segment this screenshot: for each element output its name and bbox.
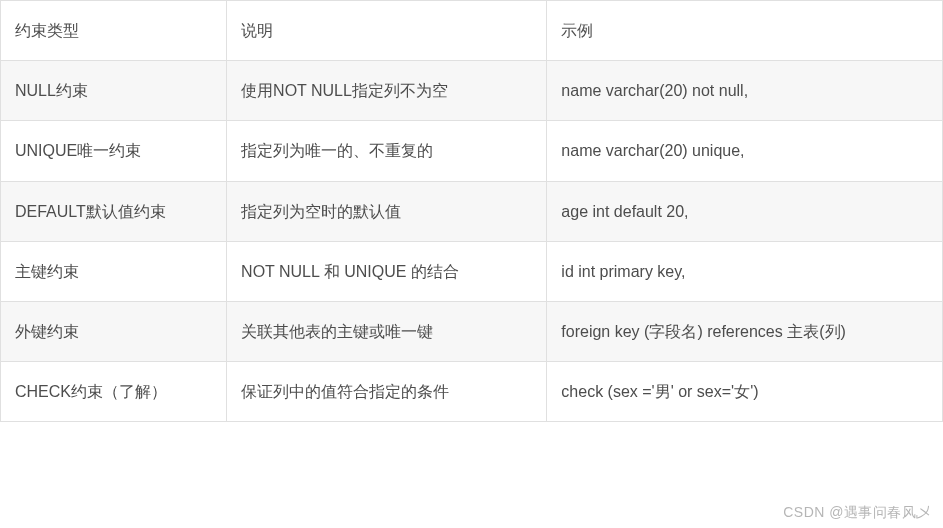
header-example: 示例: [547, 1, 943, 61]
table-row: CHECK约束（了解） 保证列中的值符合指定的条件 check (sex ='男…: [1, 362, 943, 422]
cell-example: name varchar(20) not null,: [547, 61, 943, 121]
cell-example: name varchar(20) unique,: [547, 121, 943, 181]
constraints-table: 约束类型 说明 示例 NULL约束 使用NOT NULL指定列不为空 name …: [0, 0, 943, 422]
cell-type: CHECK约束（了解）: [1, 362, 227, 422]
cell-type: NULL约束: [1, 61, 227, 121]
cell-example: id int primary key,: [547, 241, 943, 301]
table-row: 外键约束 关联其他表的主键或唯一键 foreign key (字段名) refe…: [1, 301, 943, 361]
cell-desc: 保证列中的值符合指定的条件: [227, 362, 547, 422]
cell-desc: 使用NOT NULL指定列不为空: [227, 61, 547, 121]
cell-example: check (sex ='男' or sex='女'): [547, 362, 943, 422]
watermark-text: CSDN @遇事问春风乄: [783, 504, 931, 522]
header-type: 约束类型: [1, 1, 227, 61]
cell-type: UNIQUE唯一约束: [1, 121, 227, 181]
cell-type: 主键约束: [1, 241, 227, 301]
table-row: UNIQUE唯一约束 指定列为唯一的、不重复的 name varchar(20)…: [1, 121, 943, 181]
table-row: 主键约束 NOT NULL 和 UNIQUE 的结合 id int primar…: [1, 241, 943, 301]
cell-type: DEFAULT默认值约束: [1, 181, 227, 241]
cell-example: foreign key (字段名) references 主表(列): [547, 301, 943, 361]
table-row: DEFAULT默认值约束 指定列为空时的默认值 age int default …: [1, 181, 943, 241]
cell-type: 外键约束: [1, 301, 227, 361]
cell-desc: 关联其他表的主键或唯一键: [227, 301, 547, 361]
cell-desc: NOT NULL 和 UNIQUE 的结合: [227, 241, 547, 301]
header-desc: 说明: [227, 1, 547, 61]
cell-desc: 指定列为空时的默认值: [227, 181, 547, 241]
table-row: NULL约束 使用NOT NULL指定列不为空 name varchar(20)…: [1, 61, 943, 121]
cell-desc: 指定列为唯一的、不重复的: [227, 121, 547, 181]
cell-example: age int default 20,: [547, 181, 943, 241]
table-header-row: 约束类型 说明 示例: [1, 1, 943, 61]
